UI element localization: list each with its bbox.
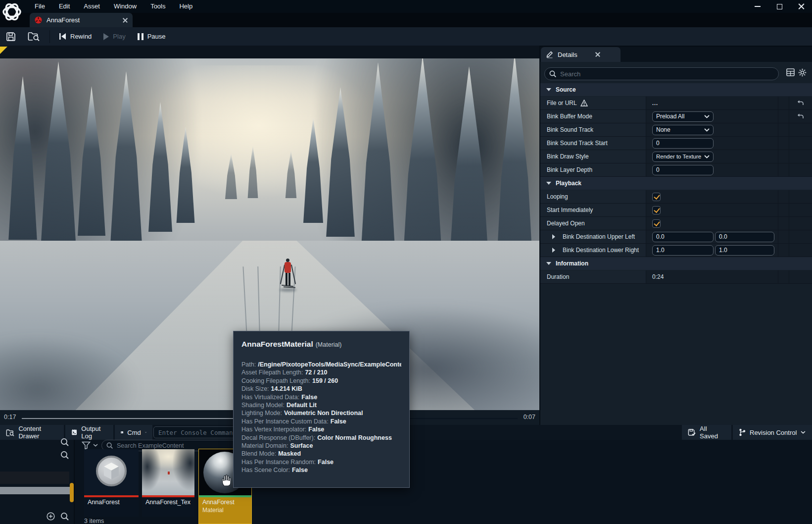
content-drawer-label: Content Drawer <box>18 425 58 440</box>
pause-button[interactable]: Pause <box>132 27 172 46</box>
layer-depth-input[interactable]: 0 <box>652 165 714 175</box>
browse-asset-button[interactable] <box>22 27 47 46</box>
maximize-button[interactable] <box>768 0 790 13</box>
settings-button[interactable] <box>798 68 807 77</box>
main-toolbar: Rewind Play Pause <box>0 27 812 46</box>
section-source-title: Source <box>556 86 576 93</box>
texture-thumbnail <box>142 449 194 495</box>
tooltip-rows: Path:/Engine/PixotopeTools/MediaSync/Exa… <box>241 361 401 474</box>
asset-tooltip: AnnaForestMaterial(Material) Path:/Engin… <box>233 331 410 488</box>
row-label: Bink Sound Track Start <box>547 140 608 147</box>
cmd-button[interactable]: Cmd <box>115 425 152 440</box>
row-bink-destination-lower-right: Bink Destination Lower Right 1.0 1.0 <box>540 244 812 257</box>
details-search-placeholder: Search <box>560 70 580 78</box>
section-information-title: Information <box>556 260 588 267</box>
expand-arrow-icon[interactable] <box>552 234 555 239</box>
menu-tools[interactable]: Tools <box>143 0 172 13</box>
item-count: 3 items <box>84 518 104 524</box>
sound-track-start-input[interactable]: 0 <box>652 138 714 149</box>
menu-file[interactable]: File <box>28 0 52 13</box>
section-information[interactable]: Information <box>540 257 812 270</box>
pause-label: Pause <box>147 33 166 40</box>
file-url-menu-button[interactable]: ... <box>652 100 658 106</box>
display-grid-button[interactable] <box>786 68 795 76</box>
row-label: Bink Sound Track <box>547 126 593 133</box>
menu-help[interactable]: Help <box>172 0 199 13</box>
skier-figure <box>279 259 298 313</box>
minimize-button[interactable] <box>747 0 768 13</box>
section-playback[interactable]: Playback <box>540 177 812 190</box>
document-tab-row: AnnaForest <box>0 13 812 27</box>
console-placeholder: Enter Console Command <box>158 429 237 436</box>
expand-arrow-icon[interactable] <box>552 248 555 253</box>
delayed-open-checkbox[interactable] <box>652 219 661 228</box>
row-label: Bink Destination Lower Right <box>563 247 639 254</box>
dest-upper-left-x-input[interactable]: 0.0 <box>652 232 714 242</box>
app-logo-icon <box>1 1 23 23</box>
row-bink-sound-track-start: Bink Sound Track Start 0 <box>540 137 812 150</box>
folder-tree-row[interactable] <box>0 472 69 484</box>
document-tab-annaforest[interactable]: AnnaForest <box>30 13 133 27</box>
menubar: File Edit Asset Window Tools Help <box>28 0 199 13</box>
cmd-label: Cmd <box>127 429 141 436</box>
tab-close-icon[interactable] <box>123 18 128 23</box>
duration-value: 0:24 <box>652 273 664 280</box>
content-drawer-button[interactable]: Content Drawer <box>0 425 64 440</box>
play-icon <box>103 33 109 40</box>
buffer-mode-dropdown[interactable]: Preload All <box>652 111 714 122</box>
content-search-placeholder: Search ExampleContent <box>117 442 184 449</box>
asset-tile-label: AnnaForest_Tex <box>142 497 194 517</box>
details-tab[interactable]: Details <box>541 47 621 62</box>
asset-tile-annaforest-media[interactable]: AnnaForest <box>84 449 139 517</box>
looping-checkbox[interactable] <box>652 193 661 201</box>
details-tab-close-icon[interactable] <box>595 52 600 57</box>
chevron-down-icon <box>801 431 806 434</box>
sidebar-search-icon[interactable] <box>60 438 69 447</box>
warning-icon <box>580 100 588 106</box>
window-controls <box>747 0 812 13</box>
asset-tile-annaforest-tex[interactable]: AnnaForest_Tex <box>142 449 194 517</box>
toolbar-separator <box>49 30 50 43</box>
start-immediately-checkbox[interactable] <box>652 206 661 214</box>
row-bink-layer-depth: Bink Layer Depth 0 <box>540 163 812 177</box>
all-saved-button[interactable]: All Saved <box>682 425 731 440</box>
sidebar-scrollbar[interactable] <box>70 483 74 502</box>
play-button[interactable]: Play <box>97 27 131 46</box>
drawer-filter-icon[interactable] <box>82 441 91 449</box>
row-label: Start Immediately <box>547 207 593 213</box>
dest-lower-right-y-input[interactable]: 1.0 <box>715 245 774 256</box>
reset-arrow-icon[interactable] <box>797 113 804 119</box>
details-panel: Details Search <box>540 47 812 425</box>
titlebar: File Edit Asset Window Tools Help <box>0 0 812 13</box>
filter-search-icon[interactable] <box>60 451 69 460</box>
bottom-search-icon[interactable] <box>60 512 69 521</box>
rewind-button[interactable]: Rewind <box>53 27 97 46</box>
row-bink-draw-style: Bink Draw Style Render to Texture <box>540 150 812 163</box>
row-duration: Duration 0:24 <box>540 270 812 284</box>
sound-track-dropdown[interactable]: None <box>652 125 714 135</box>
save-button[interactable] <box>0 27 22 46</box>
close-button[interactable] <box>790 0 812 13</box>
row-file-or-url: File or URL ... <box>540 97 812 110</box>
drawer-filter-chevron-icon[interactable] <box>93 444 98 447</box>
section-source[interactable]: Source <box>540 83 812 96</box>
chevron-down-icon <box>704 128 710 132</box>
all-saved-label: All Saved <box>700 425 725 440</box>
dest-upper-left-y-input[interactable]: 0.0 <box>715 232 774 242</box>
draw-style-dropdown[interactable]: Render to Texture <box>652 152 714 162</box>
viewport-corner-marker <box>0 47 7 54</box>
add-source-button[interactable] <box>47 512 55 521</box>
reset-arrow-icon[interactable] <box>797 100 804 106</box>
output-log-button[interactable]: Output Log <box>65 425 113 440</box>
details-search-input[interactable]: Search <box>544 67 779 80</box>
folder-tree-row-selected[interactable] <box>0 487 71 494</box>
dest-lower-right-x-input[interactable]: 1.0 <box>652 245 714 256</box>
collapse-arrow-icon <box>546 182 551 185</box>
details-pencil-icon <box>546 51 554 58</box>
menu-window[interactable]: Window <box>107 0 143 13</box>
menu-asset[interactable]: Asset <box>77 0 107 13</box>
revision-control-button[interactable]: Revision Control <box>733 425 812 440</box>
row-looping: Looping <box>540 190 812 204</box>
collapse-arrow-icon <box>546 262 551 265</box>
menu-edit[interactable]: Edit <box>52 0 77 13</box>
